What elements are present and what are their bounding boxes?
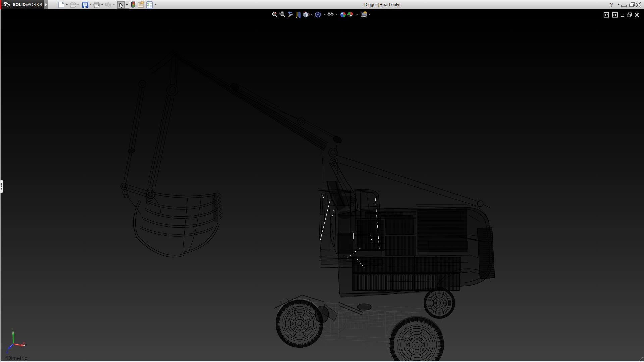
svg-text:Z: Z xyxy=(6,350,8,354)
svg-text:X: X xyxy=(22,341,25,345)
